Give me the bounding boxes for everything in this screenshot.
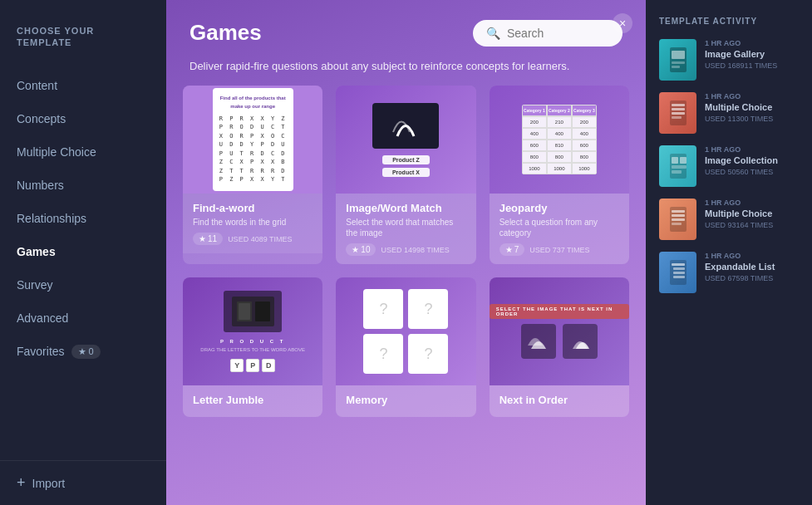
main-header: Games 🔍 <box>166 0 646 60</box>
sidebar-item-favorites[interactable]: Favorites ★ 0 <box>0 335 166 369</box>
sidebar-item-survey[interactable]: Survey <box>0 268 166 302</box>
activity-thumb-2 <box>659 145 696 187</box>
search-input[interactable] <box>507 27 607 40</box>
card-meta-iwm: ★ 10 USED 14998 TIMES <box>346 243 465 256</box>
svg-rect-10 <box>672 108 685 110</box>
svg-rect-27 <box>673 276 685 278</box>
card-thumbnail-lj: P R O D U C T DRAG THE LETTERS TO THE WO… <box>183 277 322 385</box>
card-info-iwm: Image/Word Match Select the word that ma… <box>336 194 475 264</box>
card-name-jeopardy: Jeopardy <box>500 202 619 214</box>
svg-rect-9 <box>672 104 685 106</box>
card-info-nio: Next in Order <box>490 385 629 417</box>
activity-item-0: 1 HR AGO Image Gallery USED 168911 TIMES <box>659 39 799 81</box>
svg-rect-17 <box>672 170 682 174</box>
activity-text-4: 1 HR AGO Expandable List USED 67598 TIME… <box>705 252 799 293</box>
card-info-lj: Letter Jumble <box>183 385 322 417</box>
used-text-faw: USED 4089 TIMES <box>228 235 292 243</box>
card-desc-jeopardy: Select a question from any category <box>500 217 619 238</box>
svg-rect-5 <box>672 51 685 59</box>
activity-thumb-0 <box>659 39 696 81</box>
card-info-memory: Memory <box>336 385 475 417</box>
favorites-badge: ★ 0 <box>71 345 101 359</box>
card-name-lj: Letter Jumble <box>193 394 312 406</box>
svg-rect-26 <box>673 272 685 274</box>
activity-text-2: 1 HR AGO Image Collection USED 50560 TIM… <box>705 145 799 187</box>
template-card-jeopardy[interactable]: Category 1 Category 2 Category 3 2002102… <box>490 86 629 264</box>
sidebar-item-relationships[interactable]: Relationships <box>0 202 166 235</box>
card-desc-faw: Find the words in the grid <box>193 217 312 228</box>
card-info-jeopardy: Jeopardy Select a question from any cate… <box>490 194 629 264</box>
svg-rect-16 <box>672 165 687 169</box>
sidebar-item-concepts[interactable]: Concepts <box>0 102 166 135</box>
activity-text-3: 1 HR AGO Multiple Choice USED 93164 TIME… <box>705 199 799 240</box>
card-name-memory: Memory <box>346 394 465 406</box>
star-badge-faw: ★ 11 <box>193 233 223 245</box>
card-thumbnail-faw: Find all of the products thatmake up our… <box>183 86 322 194</box>
templates-grid: Find all of the products thatmake up our… <box>166 86 646 505</box>
used-text-iwm: USED 14998 TIMES <box>381 246 449 254</box>
svg-rect-12 <box>672 116 682 119</box>
activity-item-3: 1 HR AGO Multiple Choice USED 93164 TIME… <box>659 199 799 240</box>
svg-rect-25 <box>673 267 685 270</box>
import-button[interactable]: + Import <box>0 460 166 505</box>
page-title: Games <box>189 20 262 46</box>
modal-overlay: CHOOSE YOUR TEMPLATE Content Concepts Mu… <box>0 0 812 505</box>
card-meta-faw: ★ 11 USED 4089 TIMES <box>193 233 312 245</box>
sidebar: CHOOSE YOUR TEMPLATE Content Concepts Mu… <box>0 0 166 505</box>
card-name-nio: Next in Order <box>500 394 619 406</box>
sidebar-title: CHOOSE YOUR TEMPLATE <box>0 25 166 69</box>
sidebar-item-numbers[interactable]: Numbers <box>0 169 166 202</box>
svg-rect-22 <box>672 223 682 225</box>
svg-rect-2 <box>255 302 270 321</box>
search-icon: 🔍 <box>486 27 500 40</box>
activity-text-1: 1 HR AGO Multiple Choice USED 11300 TIME… <box>705 92 799 134</box>
svg-rect-7 <box>672 66 680 68</box>
close-button[interactable]: × <box>613 13 632 33</box>
sidebar-nav: Content Concepts Multiple Choice Numbers… <box>0 69 166 460</box>
card-thumbnail-jeopardy: Category 1 Category 2 Category 3 2002102… <box>490 86 629 194</box>
right-panel-title: TEMPLATE ACTIVITY <box>659 17 799 26</box>
svg-rect-11 <box>672 112 685 115</box>
star-badge-iwm: ★ 10 <box>346 243 376 256</box>
activity-item-4: 1 HR AGO Expandable List USED 67598 TIME… <box>659 252 799 293</box>
card-desc-iwm: Select the word that matches the image <box>346 217 465 238</box>
card-thumbnail-nio: SELECT THE IMAGE THAT IS NEXT IN ORDER <box>490 277 629 385</box>
sidebar-item-games[interactable]: Games <box>0 235 166 268</box>
svg-rect-20 <box>672 214 685 217</box>
activity-item-2: 1 HR AGO Image Collection USED 50560 TIM… <box>659 145 799 187</box>
svg-rect-24 <box>672 263 685 266</box>
iwm-image-box <box>372 103 439 149</box>
template-card-find-a-word[interactable]: Find all of the products thatmake up our… <box>183 86 322 264</box>
activity-thumb-3 <box>659 199 696 240</box>
template-card-image-word-match[interactable]: Product Z Product X Image/Word Match Sel… <box>336 86 475 264</box>
svg-rect-14 <box>672 157 678 164</box>
template-card-next-in-order[interactable]: SELECT THE IMAGE THAT IS NEXT IN ORDER <box>490 277 629 417</box>
svg-rect-3 <box>239 303 250 320</box>
template-card-letter-jumble[interactable]: P R O D U C T DRAG THE LETTERS TO THE WO… <box>183 277 322 417</box>
svg-rect-19 <box>672 210 685 213</box>
sidebar-item-content[interactable]: Content <box>0 69 166 102</box>
activity-thumb-1 <box>659 92 696 134</box>
plus-icon: + <box>17 474 26 492</box>
search-bar: 🔍 <box>473 20 623 47</box>
star-badge-jeopardy: ★ 7 <box>500 243 525 256</box>
activity-item-1: 1 HR AGO Multiple Choice USED 11300 TIME… <box>659 92 799 134</box>
activity-thumb-4 <box>659 252 696 293</box>
card-name-iwm: Image/Word Match <box>346 202 465 214</box>
card-thumbnail-memory: ? ? ? ? <box>336 277 475 385</box>
sidebar-item-multiple-choice[interactable]: Multiple Choice <box>0 135 166 169</box>
used-text-jeopardy: USED 737 TIMES <box>529 246 589 254</box>
card-name-faw: Find-a-word <box>193 202 312 214</box>
sidebar-item-advanced[interactable]: Advanced <box>0 302 166 335</box>
activity-text-0: 1 HR AGO Image Gallery USED 168911 TIMES <box>705 39 799 81</box>
svg-rect-21 <box>672 218 685 221</box>
main-subtitle: Deliver rapid-fire questions about any s… <box>166 60 646 86</box>
right-panel: TEMPLATE ACTIVITY 1 HR AGO Image Gallery… <box>646 0 812 505</box>
svg-rect-6 <box>672 61 685 64</box>
card-info-faw: Find-a-word Find the words in the grid ★… <box>183 194 322 253</box>
svg-rect-15 <box>680 157 687 164</box>
card-thumbnail-iwm: Product Z Product X <box>336 86 475 194</box>
template-card-memory[interactable]: ? ? ? ? Memory <box>336 277 475 417</box>
card-meta-jeopardy: ★ 7 USED 737 TIMES <box>500 243 619 256</box>
main-content: × Games 🔍 Deliver rapid-fire questions a… <box>166 0 646 505</box>
